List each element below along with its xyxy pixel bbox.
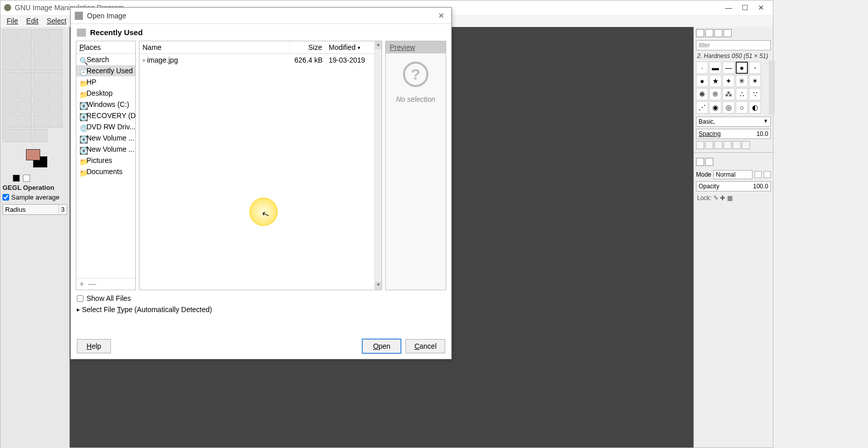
brush-thumb[interactable]: ·	[696, 62, 708, 74]
file-type-expander[interactable]: ▸ Select File Type (Automatically Detect…	[77, 305, 445, 314]
scroll-up-icon[interactable]: ▴	[375, 41, 382, 49]
brush-thumb[interactable]: ⁂	[722, 88, 735, 100]
dock-tab-icon[interactable]	[724, 29, 732, 37]
brush-thumb[interactable]: ❊	[709, 88, 721, 100]
brush-thumb[interactable]: ❋	[696, 88, 708, 100]
tool-icon[interactable]	[18, 58, 32, 71]
tool-icon[interactable]	[18, 43, 32, 57]
tool-icon[interactable]	[18, 100, 32, 114]
brush-thumb[interactable]: ◉	[709, 101, 721, 114]
tool-icon[interactable]	[18, 29, 32, 42]
default-colors-icon[interactable]	[13, 175, 20, 182]
tool-icon[interactable]	[3, 58, 17, 71]
dialog-close-button[interactable]: ✕	[435, 10, 447, 22]
menu-select[interactable]: Select	[43, 17, 71, 25]
col-size[interactable]: Size	[290, 41, 326, 53]
tool-icon[interactable]	[48, 115, 63, 128]
tool-icon[interactable]	[48, 43, 63, 57]
tool-icon[interactable]	[33, 115, 47, 128]
place-recently-used[interactable]: 🕘Recently Used	[76, 65, 135, 76]
swap-colors-icon[interactable]	[23, 175, 30, 182]
brush-thumb[interactable]: ∴	[736, 88, 748, 100]
dock-tab-icon[interactable]	[696, 158, 704, 166]
brush-action-icon[interactable]	[742, 141, 750, 149]
tool-icon[interactable]	[33, 72, 47, 85]
place-windows-c[interactable]: 💽Windows (C:)	[76, 99, 135, 110]
brush-thumb[interactable]: ●	[696, 75, 708, 87]
show-all-files-row[interactable]: Show All Files	[77, 294, 445, 302]
brush-scrollbar[interactable]	[769, 61, 775, 115]
brush-thumb[interactable]: ✳	[736, 75, 748, 87]
tool-icon[interactable]	[3, 86, 17, 99]
remove-bookmark-button[interactable]: —	[88, 279, 96, 289]
scroll-down-icon[interactable]: ▾	[375, 282, 382, 290]
sample-average-input[interactable]	[3, 194, 9, 201]
brush-thumb[interactable]: ▬	[709, 62, 721, 74]
place-new-volume-1[interactable]: 💽New Volume ...	[76, 132, 135, 144]
brush-thumb[interactable]: ◐	[749, 101, 761, 114]
show-all-files-checkbox[interactable]	[77, 295, 83, 302]
tool-icon[interactable]	[3, 43, 17, 57]
file-list-scrollbar[interactable]: ▴ ▾	[374, 41, 382, 290]
brush-action-icon[interactable]	[696, 141, 704, 149]
place-recovery-d[interactable]: 💽RECOVERY (D:)	[76, 110, 135, 121]
brush-action-icon[interactable]	[714, 141, 722, 149]
tool-icon[interactable]	[33, 58, 47, 71]
brush-thumb[interactable]: ◎	[722, 101, 735, 114]
tool-icon[interactable]	[3, 29, 17, 42]
brush-preset-select[interactable]: Basic, ▼	[696, 117, 771, 127]
cancel-button[interactable]: Cancel	[406, 339, 445, 353]
dock-tab-icon[interactable]	[705, 158, 713, 166]
mode-extra-icon[interactable]	[755, 171, 762, 178]
help-button[interactable]: Help	[77, 339, 111, 353]
place-new-volume-2[interactable]: 💽New Volume ...	[76, 144, 135, 155]
place-hp[interactable]: 📁HP	[76, 76, 135, 88]
tool-icon[interactable]	[48, 58, 63, 71]
brush-thumb[interactable]: ★	[709, 75, 721, 87]
tool-icon[interactable]	[33, 29, 47, 42]
radius-field[interactable]: Radius 3	[3, 204, 67, 215]
tool-icon[interactable]	[48, 100, 63, 114]
brush-thumb[interactable]: —	[722, 62, 735, 74]
menu-edit[interactable]: Edit	[22, 17, 43, 25]
brush-thumb[interactable]: ○	[736, 101, 748, 114]
file-row[interactable]: ▫image.jpg 626.4 kB 19-03-2019	[139, 54, 382, 66]
fg-color-swatch[interactable]	[26, 149, 40, 160]
place-search[interactable]: 🔍Search	[76, 54, 135, 65]
brush-action-icon[interactable]	[724, 141, 732, 149]
menu-file[interactable]: File	[3, 17, 22, 25]
col-modified[interactable]: Modified ▾	[326, 41, 382, 53]
tool-icon[interactable]	[48, 86, 63, 99]
brush-thumb[interactable]: ✦	[722, 75, 735, 87]
minimize-button[interactable]: —	[725, 4, 732, 12]
brush-thumb-selected[interactable]: ●	[736, 62, 748, 74]
brush-thumb[interactable]: ∵	[749, 88, 761, 100]
mode-select[interactable]: Normal	[713, 170, 753, 179]
mode-extra-icon[interactable]	[764, 171, 771, 178]
tool-icon[interactable]	[48, 29, 63, 42]
tool-icon[interactable]	[18, 129, 32, 142]
tool-icon[interactable]	[3, 100, 17, 114]
tool-icon[interactable]	[3, 115, 17, 128]
sample-average-checkbox[interactable]: Sample average	[3, 193, 67, 201]
dock-tab-icon[interactable]	[705, 29, 713, 37]
place-documents[interactable]: 📁Documents	[76, 166, 135, 177]
tool-icon[interactable]	[48, 72, 63, 85]
tool-icon[interactable]	[3, 72, 17, 85]
place-desktop[interactable]: 📁Desktop	[76, 88, 135, 99]
brush-action-icon[interactable]	[733, 141, 741, 149]
brush-action-icon[interactable]	[705, 141, 713, 149]
brush-filter-input[interactable]: filter	[696, 40, 771, 50]
tool-icon[interactable]	[3, 129, 17, 142]
dock-tab-icon[interactable]	[696, 29, 704, 37]
tool-icon[interactable]	[33, 100, 47, 114]
fg-bg-color-swatch[interactable]	[26, 149, 48, 172]
close-button[interactable]: ✕	[758, 4, 765, 12]
layer-opacity-field[interactable]: Opacity 100.0	[696, 181, 771, 191]
place-dvd[interactable]: 💿DVD RW Driv...	[76, 121, 135, 132]
tool-icon[interactable]	[18, 86, 32, 99]
tool-icon[interactable]	[33, 86, 47, 99]
place-pictures[interactable]: 📁Pictures	[76, 155, 135, 166]
brush-thumb[interactable]: ✶	[749, 75, 761, 87]
col-name[interactable]: Name	[139, 41, 290, 53]
